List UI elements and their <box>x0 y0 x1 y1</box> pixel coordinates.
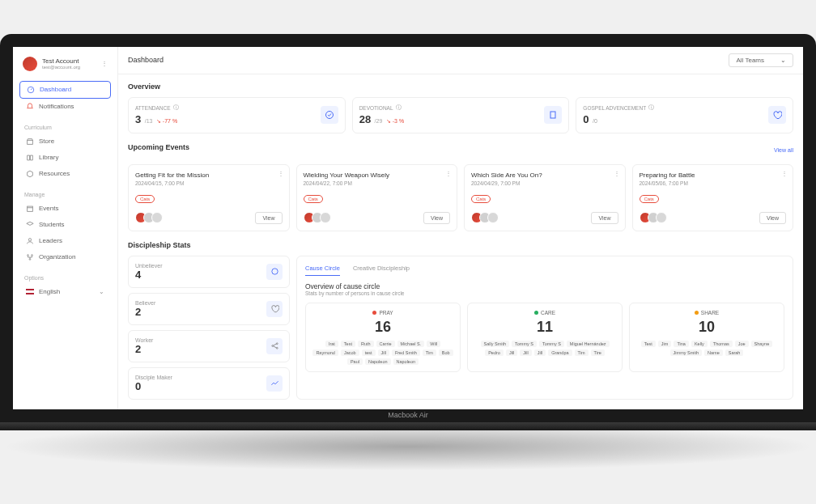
disc-stat-value: 2 <box>135 343 283 355</box>
topbar: Dashboard All Teams ⌄ <box>118 47 803 74</box>
attendee-avatars <box>304 212 331 223</box>
bell-icon <box>26 103 34 111</box>
person-chip: Jill <box>520 349 531 356</box>
sidebar-item-dashboard[interactable]: Dashboard <box>19 81 111 99</box>
svg-point-6 <box>29 258 31 260</box>
disc-stat-value: 2 <box>135 306 283 318</box>
disc-stat-value: 0 <box>135 380 283 392</box>
person-chip: Grandpa <box>548 349 572 356</box>
person-chip: Michael S. <box>397 341 425 347</box>
person-chip: Carrie <box>376 341 395 347</box>
person-chip: Napoleon <box>393 358 419 365</box>
org-icon <box>26 253 34 261</box>
event-date: 2024/04/29, 7:00 PM <box>471 180 618 186</box>
person-chip: Irat <box>325 341 338 347</box>
card-menu-dots[interactable]: ⋮ <box>445 170 452 177</box>
info-icon[interactable]: ⓘ <box>173 104 179 112</box>
disc-stat-card: Unbeliever 4 <box>128 256 290 288</box>
person-chip: Jill <box>506 349 517 356</box>
color-dot-icon <box>534 311 538 315</box>
view-button[interactable]: View <box>759 212 786 224</box>
tab-cause-circle[interactable]: Cause Circle <box>305 265 340 276</box>
check-icon <box>321 106 338 124</box>
sidebar: Test Account test@account.org ⋮ Dashboar… <box>13 47 118 409</box>
sidebar-item-organization[interactable]: Organization <box>19 249 111 265</box>
cc-subtitle: Stats by number of persons in cause circ… <box>305 290 784 296</box>
person-chip: Tommy S <box>512 341 537 347</box>
user-icon <box>26 237 34 245</box>
attendee-avatars <box>471 212 499 223</box>
person-chip: Kelly <box>691 341 708 347</box>
language-select[interactable]: English ⌄ <box>19 284 111 299</box>
user-email: test@account.org <box>42 65 96 70</box>
attendee-avatars <box>135 212 163 223</box>
user-menu-dots[interactable]: ⋮ <box>101 60 108 67</box>
disc-stat-label: Disciple Maker <box>135 375 283 380</box>
nav-label-manage: Manage <box>19 188 111 201</box>
trend-down-icon: ↘ <box>156 118 161 124</box>
sidebar-item-students[interactable]: Students <box>19 217 111 233</box>
avatar <box>23 57 37 71</box>
view-all-link[interactable]: View all <box>774 147 793 153</box>
svg-rect-8 <box>550 112 555 118</box>
svg-point-4 <box>28 254 29 256</box>
cc-label: PRAY <box>379 310 393 316</box>
sidebar-item-events[interactable]: Events <box>19 201 111 217</box>
book-icon <box>544 106 562 124</box>
person-chip: Ruth <box>358 341 374 347</box>
chevron-down-icon: ⌄ <box>99 288 104 295</box>
info-icon[interactable]: ⓘ <box>648 104 654 112</box>
svg-point-5 <box>32 254 33 256</box>
sidebar-item-resources[interactable]: Resources <box>19 166 111 182</box>
flag-icon <box>26 289 34 294</box>
person-chip: Name <box>704 349 723 356</box>
person-chip: Pedro <box>485 349 504 356</box>
view-button[interactable]: View <box>591 212 618 224</box>
person-chip: Miguel Hernández <box>567 341 610 347</box>
svg-point-9 <box>271 269 277 274</box>
card-menu-dots[interactable]: ⋮ <box>278 170 284 177</box>
person-chip: Jill <box>534 349 546 356</box>
color-dot-icon <box>695 311 699 315</box>
events-title: Upcoming Events <box>128 143 189 151</box>
user-name: Test Account <box>42 57 96 65</box>
disc-stat-card: Disciple Maker 0 <box>128 367 290 400</box>
cc-count: 10 <box>636 319 777 336</box>
event-title: Preparing for Battle <box>640 172 787 179</box>
page-title: Dashboard <box>128 56 164 64</box>
book-icon <box>26 154 34 162</box>
disc-stat-card: Worker 2 <box>128 330 290 362</box>
event-tag: Cats <box>304 195 323 203</box>
person-chip: Jill <box>378 349 389 356</box>
calendar-icon <box>26 205 34 213</box>
card-menu-dots[interactable]: ⋮ <box>614 170 620 177</box>
info-icon[interactable]: ⓘ <box>396 104 402 112</box>
card-menu-dots[interactable]: ⋮ <box>781 170 788 177</box>
person-chip: Will <box>427 341 440 347</box>
view-button[interactable]: View <box>255 212 282 224</box>
disc-stat-icon <box>266 301 283 317</box>
team-select[interactable]: All Teams ⌄ <box>729 53 793 67</box>
event-tag: Cats <box>135 195 155 203</box>
tab-creative[interactable]: Creative Discipleship <box>353 265 410 276</box>
event-title: Which Side Are You On? <box>471 172 618 179</box>
sidebar-item-notifications[interactable]: Notifications <box>19 99 111 115</box>
sidebar-item-library[interactable]: Library <box>19 150 111 166</box>
sidebar-item-leaders[interactable]: Leaders <box>19 233 111 249</box>
cc-count: 16 <box>312 319 453 336</box>
event-card: ⋮ Wielding Your Weapon Wisely 2024/04/22… <box>296 164 458 231</box>
person-chip: Sarah <box>725 349 744 356</box>
svg-point-10 <box>271 345 273 347</box>
user-profile[interactable]: Test Account test@account.org ⋮ <box>19 53 111 74</box>
disc-stat-label: Unbeliever <box>135 263 283 269</box>
person-chip: Jim <box>658 341 672 347</box>
event-date: 2024/05/06, 7:00 PM <box>640 180 787 186</box>
person-chip: Test <box>641 341 656 347</box>
sidebar-item-store[interactable]: Store <box>19 133 111 150</box>
person-chip: Shayne <box>751 341 773 347</box>
view-button[interactable]: View <box>423 212 450 224</box>
cc-label: SHARE <box>701 310 719 316</box>
svg-point-7 <box>325 112 333 119</box>
gauge-icon <box>27 86 35 94</box>
nav-label-options: Options <box>19 272 111 284</box>
